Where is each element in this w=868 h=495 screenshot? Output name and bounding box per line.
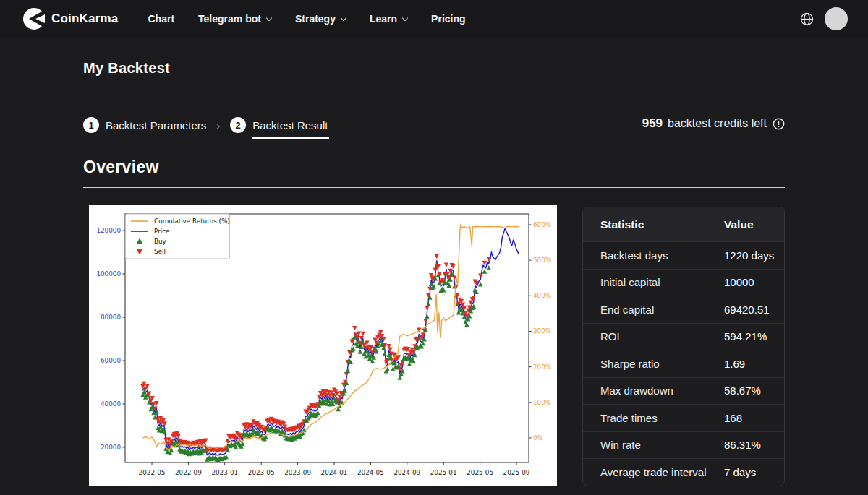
step-label: Backtest Parameters xyxy=(106,119,206,132)
nav-item-pricing[interactable]: Pricing xyxy=(431,13,465,25)
stat-value: 69420.51 xyxy=(724,304,784,316)
stat-value: 10000 xyxy=(724,276,784,288)
stat-value: 1.69 xyxy=(724,358,784,370)
credits-label: backtest credits left xyxy=(668,117,767,130)
step-number: 1 xyxy=(83,117,99,133)
user-avatar[interactable] xyxy=(825,7,848,30)
stepper-step-backtest-result[interactable]: 2Backtest Result xyxy=(230,117,328,133)
stat-label: End capital xyxy=(600,304,724,316)
chevron-down-icon xyxy=(266,14,272,20)
nav-item-learn[interactable]: Learn xyxy=(370,13,407,25)
stat-label: Average trade interval xyxy=(600,466,724,478)
coinkarma-logo-icon xyxy=(23,8,45,30)
step-label: Backtest Result xyxy=(252,119,328,132)
overview-divider xyxy=(83,187,785,188)
svg-text:2023-09: 2023-09 xyxy=(284,469,311,476)
nav-right xyxy=(800,7,848,30)
svg-text:20000: 20000 xyxy=(101,444,121,451)
stat-row-win-rate: Win rate86.31% xyxy=(583,431,784,459)
backtest-chart-panel: 200004000060000800001000001200000%100%20… xyxy=(89,205,557,486)
svg-text:2024-05: 2024-05 xyxy=(357,469,384,476)
stat-value: 7 days xyxy=(724,466,784,478)
svg-text:200%: 200% xyxy=(533,363,551,371)
svg-text:2025-05: 2025-05 xyxy=(467,469,493,476)
stat-label: ROI xyxy=(600,330,724,343)
stepper: 1Backtest Parameters›2Backtest Result xyxy=(83,116,328,134)
stat-row-sharpe-ratio: Sharpe ratio1.69 xyxy=(583,350,784,377)
section-title: Overview xyxy=(83,158,159,177)
svg-text:2023-05: 2023-05 xyxy=(248,469,275,476)
chevron-down-icon xyxy=(341,14,346,20)
globe-icon[interactable] xyxy=(800,12,814,26)
svg-text:0%: 0% xyxy=(533,434,543,442)
stat-value: 594.21% xyxy=(724,330,784,343)
stat-label: Initial capital xyxy=(600,276,724,288)
stat-row-end-capital: End capital69420.51 xyxy=(583,296,784,323)
svg-text:Buy: Buy xyxy=(154,238,166,245)
active-step-underline xyxy=(252,137,329,139)
stats-table: StatisticValueBacktest days1220 daysInit… xyxy=(582,207,785,486)
stat-row-max-drawdown: Max drawdown58.67% xyxy=(583,377,784,405)
svg-text:Price: Price xyxy=(154,228,169,235)
backtest-chart: 200004000060000800001000001200000%100%20… xyxy=(89,205,557,486)
nav-links: ChartTelegram botStrategyLearnPricing xyxy=(148,13,466,25)
stepper-step-backtest-parameters[interactable]: 1Backtest Parameters xyxy=(83,117,206,133)
header-value: Value xyxy=(724,218,784,231)
header-statistic: Statistic xyxy=(600,218,724,231)
nav-item-label: Chart xyxy=(148,13,175,25)
svg-text:80000: 80000 xyxy=(101,314,121,321)
svg-text:2023-01: 2023-01 xyxy=(211,469,238,476)
nav-item-strategy[interactable]: Strategy xyxy=(295,13,346,25)
nav-item-label: Pricing xyxy=(431,13,465,25)
step-number: 2 xyxy=(230,117,246,133)
brand-name: CoinKarma xyxy=(51,12,119,26)
brand[interactable]: CoinKarma xyxy=(23,8,119,30)
stat-label: Trade times xyxy=(600,412,724,424)
svg-text:2022-09: 2022-09 xyxy=(175,469,202,476)
stats-table-header: StatisticValue xyxy=(583,207,784,241)
svg-text:Cumulative Returns (%): Cumulative Returns (%) xyxy=(154,218,230,225)
svg-text:500%: 500% xyxy=(533,257,551,264)
stat-label: Win rate xyxy=(600,439,724,451)
stat-row-backtest-days: Backtest days1220 days xyxy=(583,241,784,269)
stepper-separator-icon: › xyxy=(216,119,220,132)
backtest-result-page: CoinKarma ChartTelegram botStrategyLearn… xyxy=(0,0,868,495)
nav-item-telegram-bot[interactable]: Telegram bot xyxy=(198,13,271,25)
svg-text:600%: 600% xyxy=(533,221,551,228)
svg-text:100000: 100000 xyxy=(96,270,121,277)
stat-row-trade-times: Trade times168 xyxy=(583,404,784,431)
svg-text:2024-09: 2024-09 xyxy=(393,469,420,476)
stat-value: 1220 days xyxy=(724,249,784,262)
page-title: My Backtest xyxy=(83,60,170,77)
svg-text:100%: 100% xyxy=(533,399,551,406)
stat-value: 58.67% xyxy=(724,384,784,397)
svg-text:400%: 400% xyxy=(533,292,551,299)
nav-item-label: Telegram bot xyxy=(198,13,261,25)
nav-item-label: Learn xyxy=(370,13,397,25)
credits-info-icon[interactable] xyxy=(773,118,785,130)
svg-text:60000: 60000 xyxy=(101,357,121,364)
credits-count: 959 xyxy=(642,116,663,131)
chart-legend: Cumulative Returns (%)PriceBuySell xyxy=(126,214,230,259)
stat-value: 86.31% xyxy=(724,439,784,451)
stat-label: Backtest days xyxy=(600,249,724,262)
svg-text:300%: 300% xyxy=(533,327,551,335)
svg-text:40000: 40000 xyxy=(101,400,121,408)
navbar: CoinKarma ChartTelegram botStrategyLearn… xyxy=(0,0,868,38)
credits: 959 backtest credits left xyxy=(642,116,785,131)
nav-item-chart[interactable]: Chart xyxy=(148,13,175,25)
stat-row-average-trade-interval: Average trade interval7 days xyxy=(583,458,784,486)
svg-text:2024-01: 2024-01 xyxy=(321,469,348,476)
svg-text:2022-05: 2022-05 xyxy=(139,469,166,476)
svg-text:Sell: Sell xyxy=(154,248,166,255)
chevron-down-icon xyxy=(402,14,408,20)
stat-value: 168 xyxy=(724,412,784,424)
svg-text:120000: 120000 xyxy=(96,227,121,234)
stat-label: Sharpe ratio xyxy=(600,358,724,370)
svg-text:2025-01: 2025-01 xyxy=(430,469,457,476)
stat-row-roi: ROI594.21% xyxy=(583,323,784,350)
nav-item-label: Strategy xyxy=(295,13,336,25)
svg-text:2025-09: 2025-09 xyxy=(503,469,530,476)
stat-row-initial-capital: Initial capital10000 xyxy=(583,269,784,296)
stat-label: Max drawdown xyxy=(600,384,724,397)
